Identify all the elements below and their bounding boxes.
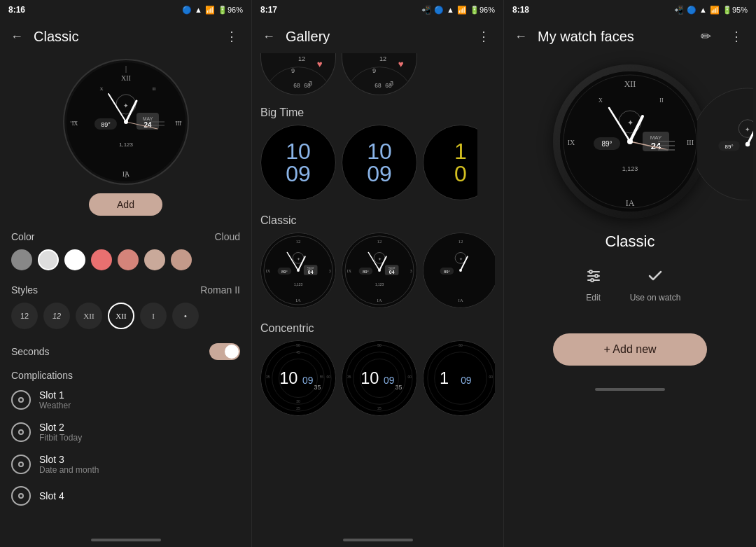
color-swatch-lightgray[interactable] [38, 249, 59, 270]
classic-face-2[interactable]: 12 3 IA IX ✦ 89° SEP 04 1,123 [342, 233, 417, 308]
svg-text:IX: IX [71, 120, 78, 127]
add-button[interactable]: Add [89, 193, 162, 216]
left-pill [91, 539, 161, 541]
svg-text:♥: ♥ [398, 59, 404, 69]
svg-text:10: 10 [360, 369, 379, 387]
use-on-watch-action[interactable]: Use on watch [630, 262, 681, 303]
action-row: Edit Use on watch [504, 262, 756, 317]
concentric-section: Concentric 50 45 00 55 25 [260, 317, 495, 416]
slot4-row[interactable]: Slot 4 [11, 480, 240, 511]
slot1-title: Slot 1 [39, 389, 240, 401]
big-time-face-1[interactable]: 10 09 [260, 125, 336, 200]
style-btn-xii[interactable]: XII [76, 303, 102, 329]
slot3-title: Slot 3 [39, 454, 240, 465]
big-time-face-2[interactable]: 10 09 [342, 125, 417, 200]
mid-back-button[interactable]: ← [255, 22, 283, 50]
color-swatch-gray[interactable] [11, 249, 32, 270]
svg-text:68: 68 [385, 82, 392, 89]
svg-text:89°: 89° [601, 140, 612, 148]
svg-text:09: 09 [302, 375, 313, 386]
right-toolbar: ← My watch faces ✏ ⋮ [504, 20, 756, 53]
style-btn-dot[interactable]: • [172, 303, 199, 329]
svg-text:68: 68 [293, 82, 300, 89]
classic-face-3[interactable]: 12 IA ✦ 89° [423, 233, 495, 308]
right-panel: 8:18 📲 🔵 ▲ 📶 🔋95% ← My watch faces ✏ ⋮ X… [504, 0, 756, 547]
left-status-icons: 🔵 ▲ 📶 🔋96% [182, 6, 243, 15]
concentric-svg-1: 50 45 00 55 25 30 35 10 09 35 [261, 340, 335, 416]
style-btn-xii-selected[interactable]: XII [108, 303, 134, 329]
svg-text:✦: ✦ [123, 102, 129, 109]
style-btn-12-sans[interactable]: 12 [11, 303, 38, 329]
concentric-face-1[interactable]: 50 45 00 55 25 30 35 10 09 35 [260, 340, 336, 416]
svg-text:II: II [152, 86, 155, 92]
classic-section: Classic 12 3 IA IX ✦ 89° [260, 209, 495, 308]
classic-title: Classic [260, 209, 495, 233]
slot2-subtitle: Fitbit Today [39, 433, 240, 443]
color-swatch-rose[interactable] [144, 249, 165, 270]
color-swatch-red[interactable] [91, 249, 112, 270]
color-value: Cloud [214, 231, 240, 242]
concentric-faces: 50 45 00 55 25 30 35 10 09 35 [260, 340, 495, 416]
right-status-bar: 8:18 📲 🔵 ▲ 📶 🔋95% [504, 0, 756, 20]
slot3-row[interactable]: Slot 3 Date and month [11, 448, 240, 480]
right-back-button[interactable]: ← [507, 22, 535, 50]
left-back-button[interactable]: ← [3, 22, 31, 50]
svg-text:3: 3 [410, 269, 412, 273]
color-swatch-white[interactable] [64, 249, 85, 270]
svg-text:MAY: MAY [142, 116, 153, 121]
svg-text:30: 30 [296, 400, 300, 403]
color-swatch-peach[interactable] [171, 249, 192, 270]
svg-text:68: 68 [304, 82, 311, 89]
svg-text:35: 35 [266, 375, 270, 379]
slot3-icon [11, 455, 31, 474]
big-time-digits-3: 1 0 [454, 140, 467, 185]
slot2-row[interactable]: Slot 2 Fitbit Today [11, 416, 240, 448]
svg-text:✦: ✦ [297, 257, 300, 261]
edit-action[interactable]: Edit [580, 262, 608, 303]
slot1-icon [11, 390, 31, 410]
concentric-face-3[interactable]: 50 00 1 09 [423, 340, 495, 416]
style-btn-12-serif[interactable]: 12 [43, 303, 70, 329]
seconds-toggle[interactable] [209, 343, 240, 360]
right-signal-icon: ▲ [699, 6, 707, 14]
slot1-row[interactable]: Slot 1 Weather [11, 384, 240, 416]
left-menu-button[interactable]: ⋮ [218, 22, 246, 50]
svg-text:1,123: 1,123 [622, 165, 638, 172]
color-swatches [11, 245, 240, 277]
gallery-clip-1: 9 3 12 ♥ 68 68 [260, 53, 336, 95]
svg-point-72 [378, 269, 381, 272]
svg-text:IX: IX [266, 269, 271, 273]
right-edit-button[interactable]: ✏ [692, 22, 720, 50]
left-title: Classic [34, 29, 215, 45]
clip-svg-1: 9 3 12 ♥ 68 68 [267, 55, 330, 90]
style-btn-i[interactable]: I [140, 303, 167, 329]
mid-title: Gallery [286, 29, 467, 45]
svg-text:II: II [659, 97, 664, 104]
color-swatch-salmon[interactable] [118, 249, 139, 270]
left-bottom-pill [0, 533, 251, 547]
gallery-scroll[interactable]: Big Time 10 09 10 09 1 [252, 101, 503, 533]
style-options: 12 12 XII XII I • [11, 298, 240, 336]
svg-text:35: 35 [347, 375, 351, 379]
concentric-face-2[interactable]: 50 00 25 35 10 09 35 [342, 340, 417, 416]
check-icon [641, 262, 669, 290]
mid-menu-button[interactable]: ⋮ [470, 22, 498, 50]
add-new-button[interactable]: + Add new [553, 333, 707, 366]
gallery-top-clips: 9 3 12 ♥ 68 68 9 3 12 ♥ 68 68 [252, 53, 503, 101]
settings-scroll[interactable]: Color Cloud Styles Roman II 12 12 XII XI… [0, 224, 251, 533]
big-time-face-3[interactable]: 1 0 [423, 125, 495, 200]
bluetooth-icon: 🔵 [182, 6, 192, 15]
right-bottom-pill [504, 382, 756, 396]
svg-point-148 [595, 275, 598, 277]
svg-text:3: 3 [329, 269, 331, 273]
right-menu-button[interactable]: ⋮ [722, 22, 750, 50]
svg-text:IX: IX [568, 139, 575, 146]
svg-text:9: 9 [291, 67, 295, 74]
classic-face-1[interactable]: 12 3 IA IX ✦ 89° SEP 04 1,123 [260, 233, 336, 308]
svg-text:09: 09 [461, 375, 471, 386]
svg-text:04: 04 [308, 270, 314, 275]
svg-text:89°: 89° [444, 270, 450, 274]
left-status-bar: 8:16 🔵 ▲ 📶 🔋96% [0, 0, 251, 20]
svg-text:✦: ✦ [745, 126, 750, 133]
right-watch-name: Classic [504, 224, 756, 262]
